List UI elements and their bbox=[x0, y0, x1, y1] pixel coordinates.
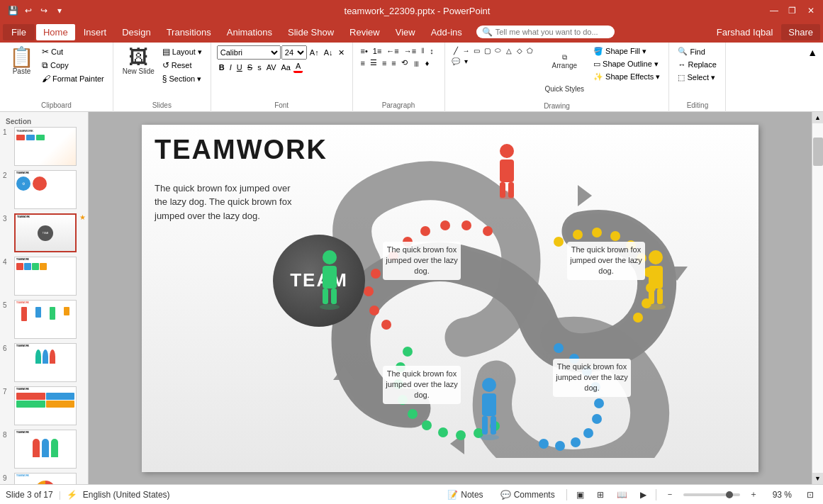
minimize-button[interactable]: — bbox=[768, 4, 780, 17]
layout-button[interactable]: ▤ Layout ▾ bbox=[159, 45, 205, 58]
reading-view-button[interactable]: 📖 bbox=[613, 488, 631, 501]
text-direction-button[interactable]: ⟲ bbox=[399, 57, 410, 68]
char-spacing-button[interactable]: AV bbox=[264, 62, 279, 72]
zoom-in-button[interactable]: ＋ bbox=[746, 487, 761, 502]
menu-design[interactable]: Design bbox=[115, 24, 157, 40]
callout-shape[interactable]: 💬 bbox=[451, 56, 461, 66]
font-size-select[interactable]: 24 bbox=[281, 45, 307, 60]
arrow-shape[interactable]: → bbox=[461, 45, 471, 55]
menu-view[interactable]: View bbox=[388, 24, 422, 40]
notes-button[interactable]: 📝 Notes bbox=[442, 488, 488, 501]
reset-button[interactable]: ↺ Reset bbox=[159, 59, 205, 72]
comments-button[interactable]: 💬 Comments bbox=[495, 488, 561, 501]
scroll-up-button[interactable]: ▲ bbox=[812, 112, 824, 123]
select-button[interactable]: ⬚ Select ▾ bbox=[675, 72, 718, 84]
strikethrough-button[interactable]: S bbox=[245, 62, 254, 72]
justify-button[interactable]: ≡ bbox=[389, 58, 398, 68]
slide-thumb-9[interactable]: 9 TEAMWORK bbox=[3, 473, 85, 484]
align-right-button[interactable]: ≡ bbox=[380, 58, 388, 68]
format-painter-button[interactable]: 🖌 Format Painter bbox=[39, 72, 107, 85]
slide-thumb-4[interactable]: 4 TEAMWORK bbox=[3, 257, 85, 296]
decrease-indent-button[interactable]: ←≡ bbox=[384, 46, 401, 56]
increase-indent-button[interactable]: →≡ bbox=[402, 46, 418, 56]
slide-thumb-5[interactable]: 5 TEAMWORK bbox=[3, 300, 85, 339]
user-account[interactable]: Farshad Iqbal bbox=[710, 24, 780, 40]
shadow-button[interactable]: s bbox=[255, 62, 264, 72]
numbering-button[interactable]: 1≡ bbox=[371, 46, 384, 56]
diamond-shape[interactable]: ◇ bbox=[515, 45, 525, 55]
zoom-thumb[interactable] bbox=[726, 491, 733, 498]
align-left-button[interactable]: ≡ bbox=[359, 58, 367, 68]
more-shapes[interactable]: ▾ bbox=[461, 56, 471, 66]
scroll-track[interactable] bbox=[812, 123, 824, 473]
change-case-button[interactable]: Aa bbox=[279, 62, 292, 72]
arrange-button[interactable]: ⧉ Arrange bbox=[542, 45, 588, 77]
slide-thumb-6[interactable]: 6 TEAMWORK bbox=[3, 343, 85, 382]
slide-thumb-7[interactable]: 7 TEAMWORK bbox=[3, 386, 85, 425]
menu-addins[interactable]: Add-ins bbox=[424, 24, 469, 40]
close-button[interactable]: ✕ bbox=[805, 4, 817, 17]
cut-button[interactable]: ✂ Cut bbox=[39, 45, 107, 58]
triangle-shape[interactable]: △ bbox=[504, 45, 514, 55]
find-button[interactable]: 🔍 Find bbox=[675, 45, 707, 57]
slide-sorter-button[interactable]: ⊞ bbox=[593, 488, 608, 501]
fit-slide-button[interactable]: ⊡ bbox=[803, 488, 817, 501]
bullets-button[interactable]: ≡• bbox=[359, 46, 370, 56]
menu-insert[interactable]: Insert bbox=[77, 24, 114, 40]
align-center-button[interactable]: ☰ bbox=[368, 57, 379, 68]
zoom-level[interactable]: 93 % bbox=[767, 488, 797, 501]
slide-thumb-2[interactable]: 2 TEAMWORK ⚙ bbox=[3, 170, 85, 209]
redo-button[interactable]: ↪ bbox=[37, 4, 51, 18]
zoom-out-button[interactable]: － bbox=[662, 487, 678, 502]
save-button[interactable]: 💾 bbox=[6, 4, 20, 18]
rect-shape[interactable]: ▭ bbox=[472, 45, 482, 55]
shape-outline-button[interactable]: ▭ Shape Outline ▾ bbox=[590, 58, 663, 70]
increase-font-button[interactable]: A↑ bbox=[308, 47, 321, 57]
scroll-down-button[interactable]: ▼ bbox=[812, 473, 824, 484]
align-text-button[interactable]: ⫼ bbox=[410, 58, 422, 68]
zoom-slider[interactable] bbox=[683, 493, 740, 496]
columns-button[interactable]: ⫴ bbox=[419, 45, 427, 56]
menu-review[interactable]: Review bbox=[342, 24, 387, 40]
slideshow-button[interactable]: ▶ bbox=[637, 488, 650, 501]
font-color-button[interactable]: A bbox=[293, 61, 303, 73]
line-shape[interactable]: ╱ bbox=[451, 45, 461, 55]
slide-thumb-1[interactable]: 1 TEAMWORK bbox=[3, 127, 85, 166]
menu-slideshow[interactable]: Slide Show bbox=[281, 24, 341, 40]
menu-file[interactable]: File bbox=[3, 24, 35, 40]
decrease-font-button[interactable]: A↓ bbox=[322, 47, 335, 57]
rounded-rect-shape[interactable]: ▢ bbox=[483, 45, 493, 55]
shape-fill-button[interactable]: 🪣 Shape Fill ▾ bbox=[590, 45, 663, 57]
slide-thumb-3[interactable]: 3 TEAMWORK TEAM ★ bbox=[3, 213, 85, 252]
italic-button[interactable]: I bbox=[228, 62, 234, 72]
scroll-thumb[interactable] bbox=[813, 138, 823, 166]
menu-home[interactable]: Home bbox=[36, 24, 75, 40]
font-family-select[interactable]: Calibri bbox=[217, 45, 281, 60]
menu-animations[interactable]: Animations bbox=[220, 24, 279, 40]
tell-me-input[interactable] bbox=[496, 28, 609, 36]
oval-shape[interactable]: ⬭ bbox=[493, 45, 503, 55]
replace-button[interactable]: ↔ Replace bbox=[675, 59, 719, 70]
quick-styles-button[interactable]: Quick Styles bbox=[542, 78, 588, 99]
normal-view-button[interactable]: ▣ bbox=[573, 488, 588, 501]
convert-smartart-button[interactable]: ♦ bbox=[423, 58, 432, 68]
bold-button[interactable]: B bbox=[217, 62, 227, 72]
slide-canvas[interactable]: TEAMWORK The quick brown fox jumped over… bbox=[142, 125, 758, 472]
customize-qat-button[interactable]: ▾ bbox=[52, 4, 67, 18]
clear-format-button[interactable]: ✕ bbox=[336, 47, 347, 58]
line-spacing-button[interactable]: ↕ bbox=[427, 46, 436, 56]
paste-button[interactable]: 📋 Paste bbox=[6, 45, 38, 77]
menu-transitions[interactable]: Transitions bbox=[159, 24, 218, 40]
tell-me-box[interactable]: 🔍 bbox=[476, 26, 615, 38]
new-slide-button[interactable]: 🖼 New Slide bbox=[119, 45, 158, 77]
shape-effects-button[interactable]: ✨ Shape Effects ▾ bbox=[590, 71, 663, 83]
restore-button[interactable]: ❐ bbox=[786, 4, 799, 17]
copy-button[interactable]: ⧉ Copy bbox=[39, 59, 107, 72]
pentagon-shape[interactable]: ⬠ bbox=[525, 45, 535, 55]
undo-button[interactable]: ↩ bbox=[21, 4, 35, 18]
collapse-ribbon-button[interactable]: ▲ bbox=[805, 45, 820, 60]
slide-thumb-8[interactable]: 8 TEAMWORK bbox=[3, 430, 85, 469]
section-button[interactable]: § Section ▾ bbox=[159, 72, 205, 85]
underline-button[interactable]: U bbox=[235, 62, 245, 72]
share-button[interactable]: Share bbox=[781, 24, 820, 40]
